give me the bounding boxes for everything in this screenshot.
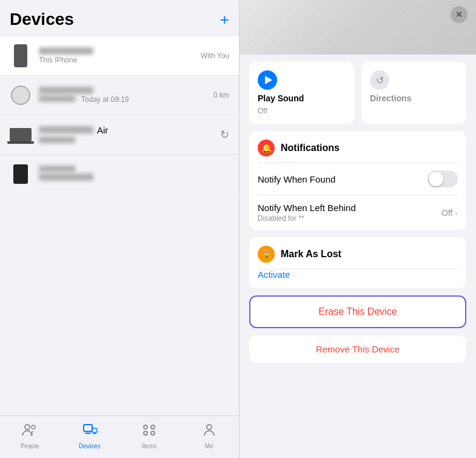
- device-name: [39, 166, 229, 172]
- device-list: This iPhone With You · Today at 09:19 0 …: [0, 34, 239, 416]
- notify-left-behind-label: Notify When Left Behind: [258, 203, 356, 213]
- notify-left-behind-value: Off: [441, 208, 452, 218]
- redo-icon: ↺: [376, 75, 384, 86]
- list-item[interactable]: Air ↻: [0, 115, 239, 155]
- svg-point-10: [207, 425, 212, 429]
- add-device-button[interactable]: +: [220, 12, 229, 27]
- mark-as-lost-icon: 🔒: [258, 246, 275, 263]
- device-sub: [39, 136, 220, 145]
- devices-title: Devices: [10, 10, 74, 29]
- chevron-right-icon: ›: [455, 208, 458, 218]
- device-sub: [39, 173, 229, 183]
- notify-left-behind-info: Notify When Left Behind Disabled for **: [258, 203, 356, 223]
- notifications-card: 🔔 Notifications Notify When Found Notify…: [249, 131, 466, 230]
- mark-as-lost-header: 🔒 Mark As Lost: [249, 237, 466, 269]
- notifications-icon: 🔔: [258, 140, 275, 157]
- device-meta: 0 km: [213, 91, 229, 99]
- notify-left-behind-value-row: Off ›: [441, 208, 458, 218]
- svg-rect-4: [92, 428, 97, 433]
- play-sound-card[interactable]: Play Sound Off: [249, 62, 354, 124]
- device-info: This iPhone: [39, 47, 201, 64]
- play-sound-title: Play Sound: [258, 93, 304, 103]
- right-content: Play Sound Off ↺ Directions 🔔 Notificati…: [240, 55, 476, 458]
- me-icon: [201, 422, 218, 440]
- right-panel: ✕ Play Sound Off ↺ Directions 🔔: [240, 0, 476, 458]
- left-header: Devices +: [0, 0, 239, 34]
- loading-spinner: ↻: [220, 128, 229, 141]
- notify-when-left-behind-row[interactable]: Notify When Left Behind Disabled for ** …: [249, 195, 466, 230]
- device-info: · Today at 09:19: [39, 87, 213, 104]
- directions-card[interactable]: ↺ Directions: [361, 62, 466, 124]
- play-sound-icon: [258, 70, 277, 90]
- svg-rect-5: [93, 433, 96, 434]
- svg-point-8: [144, 431, 147, 435]
- device-sub: This iPhone: [39, 56, 201, 64]
- notifications-title: Notifications: [281, 143, 340, 153]
- device-sub: · Today at 09:19: [39, 95, 213, 104]
- list-item[interactable]: · Today at 09:19 0 km: [0, 76, 239, 115]
- close-button[interactable]: ✕: [451, 6, 468, 23]
- directions-title: Directions: [370, 93, 411, 103]
- bottom-tabs: People Devices: [0, 416, 239, 458]
- svg-point-1: [32, 425, 35, 429]
- map-area: ✕: [240, 0, 476, 55]
- tab-people-label: People: [21, 443, 39, 450]
- people-icon: [21, 422, 38, 440]
- notifications-header: 🔔 Notifications: [249, 131, 466, 163]
- left-panel: Devices + This iPhone With You: [0, 0, 240, 458]
- device-meta: With You: [201, 52, 229, 60]
- play-triangle-icon: [265, 76, 272, 84]
- erase-device-button[interactable]: Erase This Device: [249, 295, 466, 328]
- mark-as-lost-title: Mark As Lost: [281, 249, 341, 260]
- device-icon-macbook: [10, 121, 32, 148]
- notify-when-found-label: Notify When Found: [258, 174, 335, 184]
- svg-point-9: [151, 431, 155, 435]
- svg-rect-3: [85, 433, 91, 434]
- device-name: [39, 47, 201, 55]
- tab-items[interactable]: Items: [119, 422, 179, 450]
- svg-point-7: [151, 425, 155, 429]
- action-row: Play Sound Off ↺ Directions: [249, 62, 466, 124]
- mark-as-lost-card: 🔒 Mark As Lost Activate: [249, 237, 466, 288]
- notify-when-found-row[interactable]: Notify When Found: [249, 163, 466, 195]
- svg-point-6: [144, 425, 147, 429]
- remove-device-button[interactable]: Remove This Device: [249, 335, 466, 363]
- device-info: [39, 166, 229, 183]
- notify-left-behind-sub: Disabled for **: [258, 214, 356, 223]
- tab-devices[interactable]: Devices: [60, 422, 120, 450]
- tab-items-label: Items: [142, 443, 156, 450]
- svg-point-0: [25, 425, 30, 429]
- tab-devices-label: Devices: [79, 443, 101, 450]
- tab-people[interactable]: People: [0, 422, 60, 450]
- activate-link[interactable]: Activate: [249, 269, 466, 288]
- devices-icon: [81, 422, 98, 440]
- list-item[interactable]: This iPhone With You: [0, 36, 239, 76]
- device-icon-airpods: [10, 82, 32, 109]
- device-name: [39, 87, 213, 94]
- tab-me[interactable]: Me: [179, 422, 240, 450]
- device-icon-ipad: [10, 161, 32, 187]
- notify-when-found-toggle[interactable]: [427, 170, 458, 187]
- play-sound-subtitle: Off: [258, 107, 267, 115]
- directions-icon: ↺: [370, 70, 389, 90]
- tab-me-label: Me: [205, 443, 213, 450]
- svg-rect-2: [84, 425, 92, 431]
- device-info: Air: [39, 125, 220, 145]
- device-icon-iphone: [10, 42, 32, 69]
- device-name: Air: [39, 125, 220, 135]
- items-icon: [141, 422, 158, 440]
- list-item[interactable]: [0, 155, 239, 194]
